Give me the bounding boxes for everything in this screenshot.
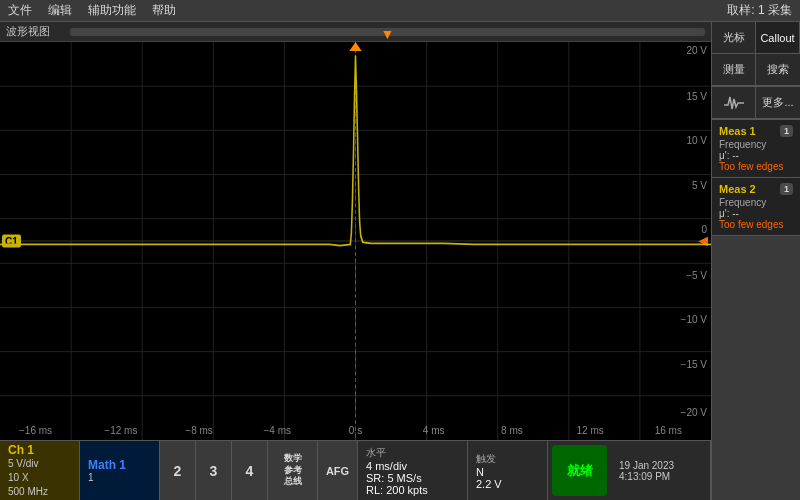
afg-btn[interactable]: AFG bbox=[318, 441, 358, 500]
waveform-icon bbox=[724, 95, 744, 111]
waveform-title: 波形视图 bbox=[6, 24, 50, 39]
rl-val: RL: 200 kpts bbox=[366, 484, 459, 496]
trigger-level: 2.2 V bbox=[476, 478, 539, 490]
math-status[interactable]: Math 1 1 bbox=[80, 441, 160, 500]
right-top-buttons: 光标 Callout 测量 搜索 bbox=[712, 22, 800, 87]
menu-help[interactable]: 帮助 bbox=[152, 2, 176, 19]
meas1-label: Meas 1 bbox=[719, 125, 756, 137]
marker-btn[interactable]: 光标 bbox=[712, 22, 756, 54]
time-display: 4:13:09 PM bbox=[619, 471, 702, 482]
waveform-header: 波形视图 ▼ bbox=[0, 22, 711, 42]
menu-bar: 文件 编辑 辅助功能 帮助 取样: 1 采集 bbox=[0, 0, 800, 22]
acquire-status: 取样: 1 采集 bbox=[727, 2, 792, 19]
meas2-label: Meas 2 bbox=[719, 183, 756, 195]
meas2-badge: 1 bbox=[780, 183, 793, 195]
search-btn[interactable]: 搜索 bbox=[756, 54, 800, 86]
menu-edit[interactable]: 编辑 bbox=[48, 2, 72, 19]
sr-label: SR: bbox=[366, 472, 384, 484]
run-button[interactable]: 就绪 bbox=[552, 445, 607, 496]
date-display: 19 Jan 2023 bbox=[619, 460, 702, 471]
math-ref-bus-btn[interactable]: 数学参考总线 bbox=[268, 441, 318, 500]
main-layout: 波形视图 ▼ bbox=[0, 22, 800, 500]
math-name: Math 1 bbox=[88, 458, 151, 472]
datetime-status: 19 Jan 2023 4:13:09 PM bbox=[611, 441, 711, 500]
waveform-icon-btn[interactable] bbox=[712, 87, 756, 119]
trigger-n: N bbox=[476, 466, 539, 478]
meas2-warning: Too few edges bbox=[719, 219, 793, 230]
btn-4[interactable]: 4 bbox=[232, 441, 268, 500]
sr-val: SR: 5 MS/s bbox=[366, 472, 459, 484]
menu-file[interactable]: 文件 bbox=[8, 2, 32, 19]
math-ref-label: 数学参考总线 bbox=[284, 453, 302, 488]
ch1-vdiv: 5 V/div bbox=[8, 457, 71, 471]
rl-value: 200 kpts bbox=[386, 484, 428, 496]
ch1-bw: 500 MHz bbox=[8, 485, 71, 499]
trigger-label: 触发 bbox=[476, 452, 539, 466]
trigger-position-indicator: ▼ bbox=[381, 26, 395, 42]
ch1-status[interactable]: Ch 1 5 V/div 10 X 500 MHz bbox=[0, 441, 80, 500]
scope-canvas[interactable]: 20 V 15 V 10 V 5 V 0 −5 V −10 V −15 V −2… bbox=[0, 42, 711, 440]
right-panel: 光标 Callout 测量 搜索 更多... Meas 1 1 F bbox=[711, 22, 800, 500]
meas2-card[interactable]: Meas 2 1 Frequency μ': -- Too few edges bbox=[712, 178, 800, 236]
callout-btn[interactable]: Callout bbox=[756, 22, 800, 54]
math-val: 1 bbox=[88, 472, 151, 483]
measure-btn[interactable]: 测量 bbox=[712, 54, 756, 86]
timebase-label: 水平 bbox=[366, 446, 459, 460]
meas1-warning: Too few edges bbox=[719, 161, 793, 172]
meas1-title: Meas 1 1 bbox=[719, 125, 793, 137]
svg-marker-19 bbox=[349, 42, 361, 51]
meas2-mu: μ': -- bbox=[719, 208, 793, 219]
meas1-type: Frequency bbox=[719, 139, 793, 150]
menu-tools[interactable]: 辅助功能 bbox=[88, 2, 136, 19]
meas1-mu: μ': -- bbox=[719, 150, 793, 161]
meas1-badge: 1 bbox=[780, 125, 793, 137]
waveform-svg bbox=[0, 42, 711, 440]
meas2-type: Frequency bbox=[719, 197, 793, 208]
meas1-card[interactable]: Meas 1 1 Frequency μ': -- Too few edges bbox=[712, 120, 800, 178]
timebase-div: 4 ms/div bbox=[366, 460, 459, 472]
waveform-area: 波形视图 ▼ bbox=[0, 22, 711, 500]
search-label: 搜索 bbox=[767, 62, 789, 77]
btn-3[interactable]: 3 bbox=[196, 441, 232, 500]
timebase-status[interactable]: 水平 4 ms/div SR: 5 MS/s RL: 200 kpts bbox=[358, 441, 468, 500]
trigger-status[interactable]: 触发 N 2.2 V bbox=[468, 441, 548, 500]
ch1-name: Ch 1 bbox=[8, 443, 71, 457]
rl-label: RL: bbox=[366, 484, 383, 496]
ch1-coupling: 10 X bbox=[8, 471, 71, 485]
sr-value: 5 MS/s bbox=[387, 472, 421, 484]
more-btn[interactable]: 更多... bbox=[756, 87, 800, 119]
timebase-bar[interactable]: ▼ bbox=[70, 28, 705, 36]
measure-label: 测量 bbox=[723, 62, 745, 77]
btn-2[interactable]: 2 bbox=[160, 441, 196, 500]
icon-row: 更多... bbox=[712, 87, 800, 120]
status-bar: Ch 1 5 V/div 10 X 500 MHz Math 1 1 2 3 4… bbox=[0, 440, 711, 500]
meas2-title: Meas 2 1 bbox=[719, 183, 793, 195]
